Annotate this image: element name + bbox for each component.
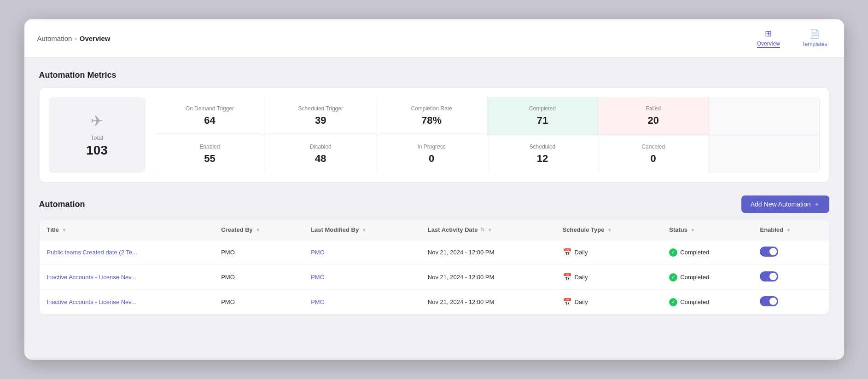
title-link-1[interactable]: Inactive Accounts - License Nev... — [47, 274, 136, 281]
schedule-type-label-1: Daily — [575, 274, 588, 281]
metric-scheduled-value: 12 — [537, 153, 548, 165]
automation-table: Title ▼ Created By ▼ Las — [40, 220, 829, 314]
col-last-modified-by: Last Modified By ▼ — [303, 220, 420, 240]
metric-on-demand-value: 64 — [204, 115, 215, 126]
last-modified-filter-icon[interactable]: ▼ — [361, 227, 367, 233]
automation-section-header: Automation Add New Automation ＋ — [39, 195, 829, 213]
metric-scheduled-trigger: Scheduled Trigger 39 — [265, 97, 376, 135]
toggle-1[interactable] — [760, 271, 778, 281]
metric-completion-rate: Completion Rate 78% — [376, 97, 487, 135]
status-dot-2: ✓ — [669, 298, 677, 306]
metric-empty-bottom-right — [709, 135, 820, 173]
automation-table-card: Title ▼ Created By ▼ Las — [39, 219, 829, 315]
status-filter-icon[interactable]: ▼ — [690, 227, 695, 233]
calendar-icon-0: 📅 — [563, 248, 572, 257]
activity-filter-icon[interactable]: ▼ — [487, 227, 492, 233]
metric-enabled: Enabled 55 — [155, 135, 265, 173]
total-label: Total — [91, 134, 103, 141]
title-link-0[interactable]: Public teams Created date (2 Te... — [47, 249, 137, 256]
activity-sort-icon[interactable]: ⇅ — [480, 227, 484, 233]
col-title: Title ▼ — [40, 220, 214, 240]
breadcrumb-root[interactable]: Automation — [37, 34, 72, 42]
enabled-filter-icon[interactable]: ▼ — [786, 227, 791, 233]
metric-in-progress: In Progress 0 — [376, 135, 487, 173]
cell-title-2: Inactive Accounts - License Nev... — [40, 290, 214, 315]
cell-last-activity-date-2: Nov 21, 2024 - 12:00 PM — [420, 290, 555, 315]
metric-completion-rate-value: 78% — [421, 115, 442, 126]
metrics-total-card: ✈ Total 103 — [49, 97, 146, 173]
nav-templates[interactable]: 📄 Templates — [798, 27, 831, 49]
title-filter-icon[interactable]: ▼ — [62, 227, 67, 233]
cell-enabled-2[interactable] — [752, 290, 828, 315]
metrics-grid: On Demand Trigger 64 Scheduled Trigger 3… — [155, 97, 820, 173]
cell-last-modified-by-2: PMO — [303, 290, 420, 315]
metric-disabled-value: 48 — [315, 153, 326, 165]
cell-title-1: Inactive Accounts - License Nev... — [40, 265, 214, 290]
cell-status-2: ✓ Completed — [662, 290, 752, 315]
metric-canceled-value: 0 — [651, 153, 656, 165]
templates-icon: 📄 — [810, 29, 820, 39]
main-content: Automation Metrics ✈ Total 103 On Demand… — [24, 57, 844, 327]
cell-created-by-1: PMO — [214, 265, 303, 290]
cell-last-activity-date-0: Nov 21, 2024 - 12:00 PM — [420, 240, 555, 265]
metric-canceled-label: Canceled — [641, 144, 665, 150]
total-value: 103 — [86, 143, 108, 158]
status-dot-1: ✓ — [669, 273, 677, 281]
metric-on-demand-label: On Demand Trigger — [186, 105, 234, 112]
table-header-row: Title ▼ Created By ▼ Las — [40, 220, 829, 240]
created-by-filter-icon[interactable]: ▼ — [256, 227, 261, 233]
schedule-type-label-2: Daily — [575, 299, 588, 305]
cell-status-1: ✓ Completed — [662, 265, 752, 290]
breadcrumb-current: Overview — [80, 34, 111, 42]
status-dot-0: ✓ — [669, 248, 677, 257]
status-label-0: Completed — [680, 249, 709, 256]
cell-schedule-type-0: 📅 Daily — [555, 240, 662, 265]
status-label-2: Completed — [680, 299, 709, 305]
automation-section-title: Automation — [39, 200, 85, 209]
metric-enabled-label: Enabled — [199, 144, 220, 150]
cell-title-0: Public teams Created date (2 Te... — [40, 240, 214, 265]
col-enabled-label: Enabled — [760, 226, 783, 233]
cell-enabled-1[interactable] — [752, 265, 828, 290]
title-link-2[interactable]: Inactive Accounts - License Nev... — [47, 299, 136, 305]
metric-failed-label: Failed — [646, 105, 661, 112]
col-schedule-type-label: Schedule Type — [563, 226, 605, 233]
table-row: Public teams Created date (2 Te... PMO P… — [40, 240, 829, 265]
status-label-1: Completed — [680, 274, 709, 281]
metric-canceled: Canceled 0 — [598, 135, 709, 173]
toggle-2[interactable] — [760, 296, 778, 306]
metrics-title: Automation Metrics — [39, 70, 829, 80]
toggle-0[interactable] — [760, 247, 778, 257]
header: Automation › Overview ⊞ Overview 📄 Templ… — [24, 19, 844, 57]
cell-enabled-0[interactable] — [752, 240, 828, 265]
breadcrumb-separator: › — [75, 35, 76, 42]
calendar-icon-1: 📅 — [563, 273, 572, 281]
metric-empty-top-right — [709, 97, 820, 135]
metric-in-progress-label: In Progress — [417, 144, 445, 150]
nav-overview[interactable]: ⊞ Overview — [753, 27, 784, 50]
breadcrumb: Automation › Overview — [37, 34, 111, 42]
col-last-activity-date-label: Last Activity Date — [428, 226, 478, 233]
metric-scheduled: Scheduled 12 — [487, 135, 598, 173]
table-row: Inactive Accounts - License Nev... PMO P… — [40, 290, 829, 315]
cell-status-0: ✓ Completed — [662, 240, 752, 265]
add-automation-button[interactable]: Add New Automation ＋ — [741, 195, 829, 213]
metric-scheduled-label: Scheduled — [530, 144, 556, 150]
cell-created-by-2: PMO — [214, 290, 303, 315]
cell-schedule-type-1: 📅 Daily — [555, 265, 662, 290]
metric-disabled-label: Disabled — [310, 144, 332, 150]
metrics-card: ✈ Total 103 On Demand Trigger 64 Schedul… — [39, 87, 829, 183]
metric-failed-value: 20 — [648, 115, 659, 126]
col-status-label: Status — [669, 226, 687, 233]
cell-schedule-type-2: 📅 Daily — [555, 290, 662, 315]
cell-last-modified-by-0: PMO — [303, 240, 420, 265]
metric-completed-value: 71 — [537, 115, 548, 126]
metric-scheduled-trigger-label: Scheduled Trigger — [298, 105, 343, 112]
col-last-modified-by-label: Last Modified By — [311, 226, 359, 233]
col-created-by-label: Created By — [221, 226, 253, 233]
plus-icon: ＋ — [814, 200, 820, 208]
col-title-label: Title — [47, 226, 59, 233]
cell-created-by-0: PMO — [214, 240, 303, 265]
overview-icon: ⊞ — [765, 29, 772, 39]
schedule-filter-icon[interactable]: ▼ — [607, 227, 612, 233]
